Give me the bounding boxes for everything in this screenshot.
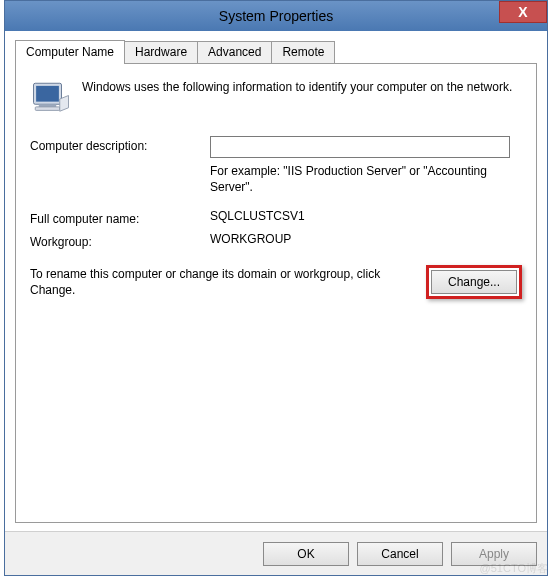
value-full-computer-name: SQLCLUSTCSV1 <box>210 209 522 223</box>
titlebar: System Properties X <box>5 1 547 31</box>
description-example: For example: "IIS Production Server" or … <box>210 164 522 195</box>
tab-remote[interactable]: Remote <box>271 41 335 63</box>
ok-button[interactable]: OK <box>263 542 349 566</box>
tab-computer-name[interactable]: Computer Name <box>15 40 125 64</box>
row-full-computer-name: Full computer name: SQLCLUSTCSV1 <box>30 209 522 226</box>
svg-rect-1 <box>36 86 59 102</box>
intro-row: Windows uses the following information t… <box>30 78 522 120</box>
client-area: Computer Name Hardware Advanced Remote W… <box>5 31 547 531</box>
tab-hardware[interactable]: Hardware <box>124 41 198 63</box>
tab-pane-computer-name: Windows uses the following information t… <box>15 63 537 523</box>
system-properties-window: System Properties X Computer Name Hardwa… <box>4 0 548 576</box>
value-workgroup: WORKGROUP <box>210 232 522 246</box>
dialog-footer: OK Cancel Apply <box>5 531 547 575</box>
intro-text: Windows uses the following information t… <box>82 78 512 120</box>
label-workgroup: Workgroup: <box>30 232 210 249</box>
label-description: Computer description: <box>30 136 210 153</box>
label-full-computer-name: Full computer name: <box>30 209 210 226</box>
window-title: System Properties <box>5 8 547 24</box>
change-description: To rename this computer or change its do… <box>30 265 418 298</box>
computer-icon <box>30 78 72 120</box>
close-button[interactable]: X <box>499 1 547 23</box>
row-workgroup: Workgroup: WORKGROUP <box>30 232 522 249</box>
tabstrip: Computer Name Hardware Advanced Remote <box>15 41 537 63</box>
input-description[interactable] <box>210 136 510 158</box>
apply-button[interactable]: Apply <box>451 542 537 566</box>
tab-advanced[interactable]: Advanced <box>197 41 272 63</box>
change-button[interactable]: Change... <box>431 270 517 294</box>
svg-rect-3 <box>35 107 60 111</box>
cancel-button[interactable]: Cancel <box>357 542 443 566</box>
change-row: To rename this computer or change its do… <box>30 265 522 299</box>
close-icon: X <box>518 4 527 20</box>
change-button-highlight: Change... <box>426 265 522 299</box>
row-description: Computer description: <box>30 136 522 158</box>
